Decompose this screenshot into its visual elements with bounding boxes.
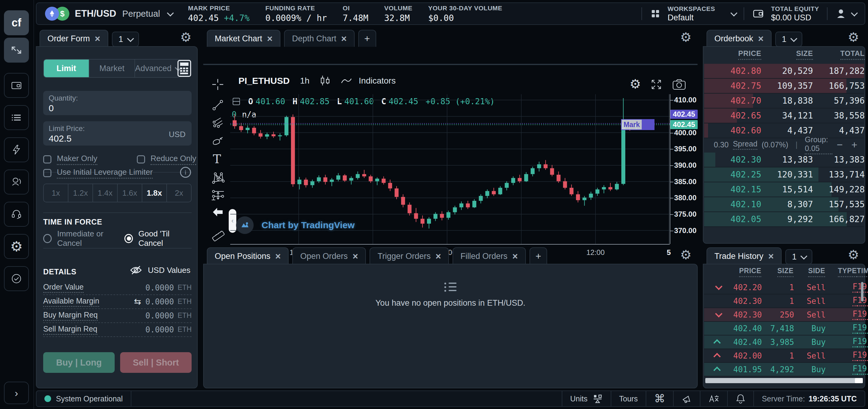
tab-order-form[interactable]: Order Form × (39, 30, 108, 47)
detail-label[interactable]: Order Value (43, 282, 84, 293)
chart-interval-selector[interactable]: 1h (300, 76, 309, 86)
currency-swap-icon[interactable]: ⇆ (134, 297, 141, 307)
type-cell[interactable]: F (852, 364, 857, 375)
trend-line-tool-icon[interactable] (211, 98, 224, 113)
ask-row[interactable]: 402.75109,357166,753 (704, 79, 864, 94)
close-tab-icon[interactable]: × (341, 34, 347, 43)
time-cell[interactable]: 19:24:15 (857, 323, 868, 334)
group-increase-button[interactable]: + (851, 139, 857, 150)
announcements-button[interactable] (674, 391, 701, 406)
sidebar-item-quick-actions[interactable] (4, 137, 29, 162)
sidebar-logo[interactable]: cf (4, 10, 29, 35)
type-cell[interactable]: F (852, 323, 857, 334)
group-label[interactable]: Group: 0.05 (805, 135, 832, 155)
column-header-type[interactable]: TYPE (838, 267, 857, 277)
type-cell[interactable]: F (852, 309, 857, 320)
fullscreen-icon[interactable] (650, 78, 662, 92)
column-header-total[interactable]: TOTAL (840, 49, 865, 60)
sidebar-item-orders[interactable] (4, 105, 29, 130)
indicators-button[interactable]: Indicators (341, 76, 396, 86)
close-tab-icon[interactable]: × (436, 251, 441, 261)
leverage-option-1.2x[interactable]: 1.2x (68, 184, 93, 202)
order-type-market[interactable]: Market (89, 60, 135, 77)
reduce-only-checkbox[interactable]: Reduce Only (137, 154, 196, 165)
fib-tool-icon[interactable] (211, 116, 224, 131)
leverage-option-2x[interactable]: 2x (167, 184, 191, 202)
time-axis[interactable]: 12:00312:00412:005 (230, 244, 670, 245)
order-form-instance-selector[interactable]: 1 (112, 32, 139, 47)
sidebar-item-wallet[interactable] (4, 73, 29, 98)
system-status[interactable]: System Operational (36, 391, 131, 406)
spread-label[interactable]: Spread (733, 139, 757, 150)
order-form-settings-gear-icon[interactable]: ⚙ (180, 31, 192, 44)
candle-style-icon[interactable] (320, 74, 330, 87)
type-cell[interactable]: F (852, 296, 857, 306)
tab-add[interactable]: + (529, 247, 548, 264)
trade-history-settings-gear-icon[interactable]: ⚙ (848, 248, 859, 261)
tours-button[interactable]: Tours (611, 391, 646, 406)
sidebar-item-support[interactable] (4, 202, 29, 227)
leverage-option-1.8x[interactable]: 1.8x (142, 184, 167, 202)
order-type-advanced[interactable]: Advanced (135, 60, 180, 77)
language-button[interactable] (701, 391, 728, 406)
close-tab-icon[interactable]: × (95, 34, 100, 43)
calculator-icon[interactable] (177, 60, 192, 77)
notifications-button[interactable] (728, 391, 754, 406)
pair-selector[interactable]: $ ETH/USD Perpetual (45, 7, 172, 21)
tab-add[interactable]: + (358, 30, 376, 47)
info-icon[interactable]: i (180, 167, 191, 178)
order-type-limit[interactable]: Limit (44, 60, 89, 77)
close-tab-icon[interactable]: × (768, 251, 774, 261)
chart-panel-settings-gear-icon[interactable]: ⚙ (680, 31, 691, 44)
column-header-price[interactable]: PRICE (738, 49, 761, 60)
workspaces-selector[interactable]: WORKSPACES Default (650, 5, 736, 23)
column-header-size[interactable]: SIZE (777, 267, 794, 277)
camera-snapshot-icon[interactable] (672, 78, 686, 92)
horizontal-scrollbar[interactable] (705, 378, 863, 383)
leverage-option-1.6x[interactable]: 1.6x (118, 184, 142, 202)
vertical-scrollbar[interactable] (861, 282, 863, 301)
text-tool-icon[interactable]: T (213, 152, 221, 166)
time-cell[interactable]: 19:23:19 (857, 364, 868, 375)
bid-row[interactable]: 402.25120,331133,714 (704, 167, 864, 182)
tab-market-chart[interactable]: Market Chart× (207, 30, 280, 47)
close-tab-icon[interactable]: × (267, 34, 273, 43)
tab-orderbook[interactable]: Orderbook × (707, 30, 772, 47)
tab-trigger-orders[interactable]: Trigger Orders× (370, 247, 449, 264)
limit-price-field[interactable]: Limit Price: 402.5 USD (43, 121, 192, 145)
close-tab-icon[interactable]: × (513, 251, 518, 261)
tradingview-attribution[interactable]: Chart by TradingView (236, 216, 354, 234)
long-short-position-tool-icon[interactable] (211, 188, 225, 203)
type-cell[interactable]: F (852, 282, 857, 293)
quantity-field[interactable]: Quantity: 0 (43, 91, 192, 115)
sell-short-button[interactable]: Sell | Short (120, 352, 192, 373)
column-header-side[interactable]: SIDE (808, 267, 825, 277)
ask-row[interactable]: 402.6534,12138,558 (704, 108, 864, 123)
column-header-price[interactable]: PRICE (739, 267, 761, 277)
tab-depth-chart[interactable]: Depth Chart× (284, 30, 354, 47)
bid-row[interactable]: 402.059,292166,827 (704, 212, 864, 227)
time-cell[interactable]: 19:24:15 (857, 337, 868, 347)
leverage-option-1.4x[interactable]: 1.4x (93, 184, 118, 202)
trade-history-instance-selector[interactable]: 1 (785, 249, 812, 264)
brush-tool-icon[interactable] (211, 134, 224, 148)
type-cell[interactable]: F (852, 337, 857, 347)
leverage-option-1x[interactable]: 1x (44, 184, 68, 202)
account-menu[interactable] (835, 8, 856, 19)
ask-row[interactable]: 402.8020,529187,282 (704, 64, 864, 79)
leverage-limiter-checkbox[interactable]: Use Initial Leverage Limiter (43, 167, 153, 179)
sidebar-item-settings[interactable]: ⚙ (4, 234, 29, 259)
back-arrow-icon[interactable] (211, 205, 224, 220)
tab-trade-history[interactable]: Trade History × (707, 247, 782, 264)
close-tab-icon[interactable]: × (758, 34, 764, 43)
close-tab-icon[interactable]: × (275, 251, 281, 261)
orderbook-settings-gear-icon[interactable]: ⚙ (848, 31, 859, 44)
time-cell[interactable]: 19:23:35 (857, 350, 868, 361)
chart-symbol[interactable]: PI_ETHUSD (239, 76, 289, 86)
detail-label[interactable]: Sell Margin Req (43, 325, 97, 335)
orderbook-instance-selector[interactable]: 1 (775, 32, 802, 47)
buy-long-button[interactable]: Buy | Long (43, 352, 115, 373)
type-cell[interactable]: F (852, 350, 857, 361)
tab-open-positions[interactable]: Open Positions× (207, 247, 289, 264)
measure-ruler-icon[interactable] (211, 226, 227, 242)
